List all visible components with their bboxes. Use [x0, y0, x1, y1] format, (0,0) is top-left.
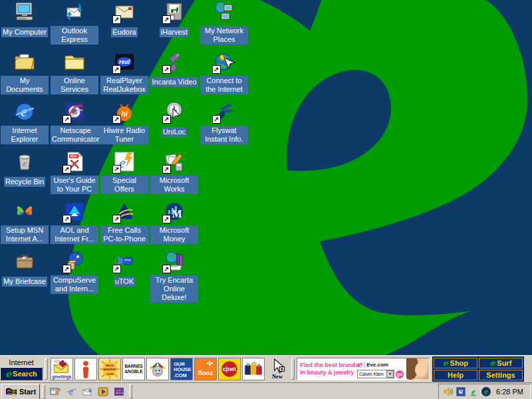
desktop-icon-my-computer[interactable]: My Computer — [1, 1, 49, 37]
desktop-icon-setup-msn-internet-a[interactable]: Setup MSN Internet A... — [1, 201, 49, 244]
desktop-icon-my-network-places[interactable]: My Network Places — [200, 1, 248, 45]
toolbar-grip[interactable] — [42, 384, 45, 399]
tray-e-globe-icon[interactable]: e — [481, 386, 491, 397]
iharvest-icon: ↗ — [164, 1, 185, 23]
desktop-icon-label: My Documents — [1, 76, 49, 94]
cnet-tile[interactable]: c|net — [218, 358, 241, 380]
quicklaunch-view-channels-icon[interactable] — [96, 384, 110, 399]
desktop-icon-label: Microsoft Works — [150, 176, 198, 194]
desktop-icon-aol-and-internet-fr[interactable]: ↗AOL and Internet Fr... — [51, 201, 98, 244]
quick-launch: e — [47, 384, 127, 399]
shortcut-arrow-icon: ↗ — [162, 265, 171, 273]
toolbar-grip[interactable] — [129, 384, 132, 399]
outlook-express-icon — [64, 1, 85, 23]
encarta-icon: ↗ — [164, 251, 185, 272]
svg-text:PDF: PDF — [70, 154, 77, 158]
msn-butterfly-icon — [14, 201, 35, 222]
shortcut-arrow-icon: ↗ — [212, 115, 221, 124]
desktop-icon-flyswat-instant-info[interactable]: ↗Flyswat Instant Info. — [200, 101, 248, 144]
desktop-icon-eudora[interactable]: ↗Eudora — [100, 1, 148, 37]
tray-e-service-icon[interactable]: e — [468, 386, 479, 397]
shortcut-arrow-icon: ↗ — [63, 215, 71, 223]
go-button[interactable]: go — [396, 370, 404, 378]
desktop-icon-my-briefcase[interactable]: My Briefcase — [1, 251, 49, 287]
desktop-icon-hiwire-radio-tuner[interactable]: hi↗Hiwire Radio Tuner — [100, 101, 148, 144]
desktop-icon-microsoft-money[interactable]: M↗Microsoft Money — [150, 201, 198, 244]
desktop-icon-label: Special Offers — [100, 176, 148, 194]
eudora-icon: ↗ — [114, 1, 135, 23]
shortcut-arrow-icon: ↗ — [63, 265, 71, 273]
svg-text:greetings: greetings — [53, 374, 72, 380]
help-button[interactable]: Help — [434, 370, 477, 380]
my-documents-icon — [14, 51, 35, 72]
desktop-icon-label: AOL and Internet Fr... — [51, 225, 98, 244]
toolbar-grip[interactable] — [45, 358, 48, 380]
ourhouse-tile[interactable]: OURHOUSE.COM — [170, 358, 193, 380]
desktop-icon-label: My Network Places — [200, 26, 248, 45]
desktop-icon-uniloc[interactable]: ↗UniLoc — [150, 101, 198, 137]
tray-scheduler-icon[interactable] — [456, 386, 466, 397]
jester-tile[interactable] — [146, 358, 169, 380]
ad-headline: Find the best brands in beauty & jewelry — [297, 362, 357, 376]
compuserve-icon: ↗ — [64, 251, 85, 272]
desktop-icon-iharvest[interactable]: ↗iHarvest — [150, 1, 198, 37]
internet-search-block: Internet e Search — [0, 358, 43, 380]
connect-internet-icon: ↗ — [213, 51, 235, 72]
desktop-icon-special-offers[interactable]: e↗Special Offers — [100, 151, 148, 194]
desktop-icon-user-s-guide-to-your-pc[interactable]: PDF↗User's Guide to Your PC — [51, 151, 98, 194]
desktop-icon-incanta-video[interactable]: ↗Incanta Video — [150, 51, 198, 87]
start-button[interactable]: Start — [1, 384, 40, 399]
realplayer-icon: real↗ — [114, 51, 135, 72]
toolbar-grip[interactable] — [291, 358, 295, 380]
svg-text:hi: hi — [121, 110, 128, 118]
desktop-icon-realplayer-realjukebox[interactable]: real↗RealPlayer RealJukebox — [100, 51, 148, 94]
quicklaunch-show-desktop-icon[interactable] — [48, 384, 63, 399]
shortcut-arrow-icon: ↗ — [212, 65, 221, 74]
desktop-icon-compuserve-and-intern[interactable]: ↗CompuServe and Intern... — [51, 251, 98, 294]
ivillage-tile[interactable] — [74, 358, 97, 380]
flooz-tile[interactable]: flooz — [194, 358, 217, 380]
desktop-icon-utok[interactable]: ↗uTOK — [100, 251, 148, 287]
desktop-icon-free-calls-pc-to-phone[interactable]: ↗Free Calls PC-to-Phone — [100, 201, 148, 244]
svg-text:e: e — [484, 387, 488, 396]
desktop-icon-internet-explorer[interactable]: eInternet Explorer — [1, 101, 49, 144]
taskbar: Start e ee 6:28 PM — [0, 382, 532, 399]
settings-button[interactable]: Settings — [479, 370, 523, 380]
new-tile[interactable]: New — [266, 358, 289, 380]
eve-ad-banner[interactable]: Find the best brands in beauty & jewelry… — [297, 358, 430, 380]
shortcut-arrow-icon: ↗ — [63, 115, 71, 124]
microsoft-money-icon: M↗ — [164, 201, 185, 222]
svg-text:e: e — [69, 387, 73, 397]
search-button[interactable]: e Search — [0, 367, 43, 380]
eve-e-icon: e — [357, 360, 362, 369]
surf-button[interactable]: eSurf — [479, 358, 523, 368]
quicklaunch-internet-explorer-icon[interactable]: e — [64, 384, 78, 399]
desktop-icon-recycle-bin[interactable]: eRecycle Bin — [1, 151, 49, 187]
desktop-icon-connect-to-the-internet[interactable]: ↗Connect to the Internet — [200, 51, 248, 94]
desktop-icon-label: Recycle Bin — [4, 177, 45, 187]
dropdown-arrow-icon[interactable]: ▾ — [386, 370, 394, 378]
launch-toolbar: Internet e Search 123greetingsaccuweathe… — [0, 356, 532, 382]
greetings-tile[interactable]: 123greetings — [51, 358, 73, 380]
svg-text:New: New — [272, 373, 283, 380]
desktop-icon-my-documents[interactable]: My Documents — [1, 51, 49, 94]
quicklaunch-tv-viewer-icon[interactable] — [112, 384, 126, 399]
barnes-noble-tile[interactable]: BARNES&NOBLE — [122, 358, 145, 380]
special-offers-icon: e↗ — [114, 151, 135, 172]
desktop-icon-label: Online Services — [51, 76, 98, 94]
shop-button[interactable]: eShop — [434, 358, 477, 368]
desktop-icon-microsoft-works[interactable]: ↗Microsoft Works — [150, 151, 198, 194]
tray-volume-icon[interactable] — [443, 386, 454, 397]
accuweather-tile[interactable]: accuweather.com — [98, 358, 121, 380]
shopping-bags-tile[interactable] — [242, 358, 265, 380]
desktop-icon-netscape-communicator[interactable]: ↗Netscape Communicator — [51, 101, 98, 144]
desktop-icon-outlook-express[interactable]: Outlook Express — [51, 1, 98, 45]
desktop-icon-online-services[interactable]: Online Services — [51, 51, 98, 94]
brand-dropdown[interactable]: Calvin Klein ▾ — [357, 370, 394, 378]
hiwire-radio-icon: hi↗ — [114, 101, 135, 122]
pdf-guide-icon: PDF↗ — [64, 151, 85, 172]
quicklaunch-outlook-express-icon[interactable] — [80, 384, 94, 399]
e-logo-icon: e — [490, 358, 495, 368]
desktop-icon-label: CompuServe and Intern... — [51, 275, 98, 294]
desktop-icon-try-encarta-online-deluxe[interactable]: ↗Try Encarta Online Deluxe! — [150, 251, 198, 303]
